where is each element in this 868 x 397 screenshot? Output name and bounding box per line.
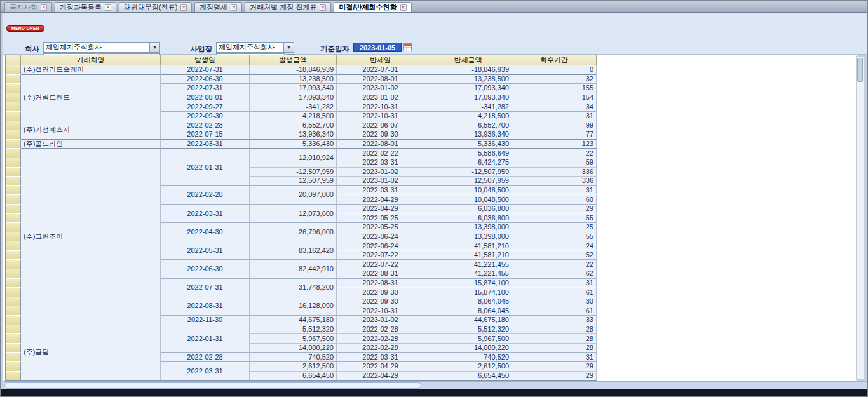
- occurrence-date-cell[interactable]: 2022-09-27: [161, 102, 250, 112]
- row-selector[interactable]: [6, 334, 21, 344]
- collection-days-cell[interactable]: 336: [512, 168, 597, 177]
- occurrence-date-cell[interactable]: 2022-06-30: [161, 75, 250, 84]
- row-selector[interactable]: [6, 260, 21, 269]
- settlement-amount-cell[interactable]: 41,221,455: [424, 260, 512, 269]
- settlement-amount-cell[interactable]: 17,093,340: [424, 84, 512, 93]
- tab-1[interactable]: 공지사항✕: [4, 2, 52, 12]
- occurrence-date-cell[interactable]: 2022-06-30: [161, 260, 250, 278]
- settlement-amount-cell[interactable]: 13,936,340: [424, 130, 512, 140]
- settlement-date-cell[interactable]: 2022-02-28: [337, 334, 424, 344]
- tab-close-icon[interactable]: ✕: [41, 4, 47, 11]
- row-selector[interactable]: [6, 251, 21, 260]
- row-selector[interactable]: [6, 325, 21, 335]
- settlement-date-cell[interactable]: 2022-09-30: [337, 297, 424, 307]
- occurrence-amount-cell[interactable]: 12,073,600: [250, 205, 337, 223]
- settlement-date-cell[interactable]: 2022-03-31: [337, 186, 424, 196]
- settlement-amount-cell[interactable]: -12,507,959: [424, 168, 512, 177]
- occurrence-amount-cell[interactable]: 4,218,500: [250, 112, 337, 121]
- row-selector[interactable]: [6, 232, 21, 242]
- settlement-date-cell[interactable]: 2023-01-02: [337, 316, 424, 325]
- occurrence-date-cell[interactable]: 2022-11-30: [161, 316, 250, 325]
- calendar-icon[interactable]: [403, 43, 412, 51]
- collection-days-cell[interactable]: 155: [512, 84, 597, 93]
- settlement-date-cell[interactable]: 2022-04-29: [337, 362, 424, 372]
- settlement-date-cell[interactable]: 2023-01-02: [337, 93, 424, 103]
- collection-days-cell[interactable]: 29: [512, 205, 597, 214]
- collection-days-cell[interactable]: 34: [512, 102, 597, 112]
- settlement-date-cell[interactable]: 2022-06-24: [337, 241, 424, 251]
- chevron-down-icon[interactable]: ▼: [149, 43, 159, 52]
- row-selector[interactable]: [6, 353, 21, 362]
- collection-days-cell[interactable]: 55: [512, 232, 597, 242]
- settlement-amount-cell[interactable]: 15,874,100: [424, 279, 512, 288]
- settlement-amount-cell[interactable]: 6,424,275: [424, 158, 512, 168]
- row-selector[interactable]: [6, 75, 21, 84]
- settlement-amount-cell[interactable]: 41,221,455: [424, 269, 512, 279]
- settlement-date-cell[interactable]: 2022-08-01: [337, 75, 424, 84]
- column-header-2[interactable]: 발생일: [161, 55, 250, 65]
- tab-2[interactable]: 계정과목등록✕: [55, 2, 116, 12]
- column-header-3[interactable]: 발생금액: [250, 55, 337, 65]
- occurrence-amount-cell[interactable]: 20,097,000: [250, 186, 337, 205]
- tab-3[interactable]: 채권채무장(전표)✕: [119, 2, 192, 12]
- occurrence-amount-cell[interactable]: 2,612,500: [250, 362, 337, 372]
- settlement-date-cell[interactable]: 2022-03-31: [337, 158, 424, 168]
- occurrence-amount-cell[interactable]: 13,238,500: [250, 75, 337, 84]
- settlement-amount-cell[interactable]: -17,093,340: [424, 93, 512, 103]
- tab-5[interactable]: 거래처별 계정 집계표✕: [245, 2, 331, 12]
- occurrence-amount-cell[interactable]: 83,162,420: [250, 241, 337, 260]
- occurrence-date-cell[interactable]: 2022-07-31: [161, 279, 250, 297]
- settlement-date-cell[interactable]: 2022-02-28: [337, 344, 424, 353]
- occurrence-amount-cell[interactable]: -12,507,959: [250, 168, 337, 177]
- settlement-amount-cell[interactable]: 6,036,800: [424, 214, 512, 224]
- row-selector[interactable]: [6, 306, 21, 316]
- column-header-4[interactable]: 반제일: [337, 55, 424, 65]
- customer-name-cell[interactable]: (주)갤러리드솔레이: [21, 65, 161, 75]
- customer-name-cell[interactable]: (주)거림트렌드: [21, 75, 161, 121]
- settlement-date-cell[interactable]: 2023-01-02: [337, 168, 424, 177]
- row-selector[interactable]: [6, 158, 21, 168]
- row-selector[interactable]: [6, 344, 21, 353]
- collection-days-cell[interactable]: 77: [512, 130, 597, 140]
- occurrence-date-cell[interactable]: 2022-09-30: [161, 112, 250, 121]
- chevron-down-icon[interactable]: ▼: [283, 43, 294, 52]
- occurrence-amount-cell[interactable]: 13,936,340: [250, 130, 337, 140]
- tab-close-icon[interactable]: ✕: [231, 4, 237, 11]
- settlement-amount-cell[interactable]: 44,675,180: [424, 316, 512, 325]
- collection-days-cell[interactable]: 30: [512, 297, 597, 307]
- row-selector[interactable]: [6, 214, 21, 224]
- occurrence-date-cell[interactable]: 2022-02-28: [161, 186, 250, 205]
- row-selector[interactable]: [6, 168, 21, 177]
- company-select[interactable]: 제일제지주식회사 ▼: [43, 42, 160, 53]
- row-selector[interactable]: [6, 84, 21, 93]
- occurrence-date-cell[interactable]: 2022-03-31: [161, 140, 250, 149]
- settlement-amount-cell[interactable]: 2,612,500: [424, 362, 512, 372]
- occurrence-amount-cell[interactable]: 740,520: [250, 353, 337, 362]
- collection-days-cell[interactable]: 31: [512, 353, 597, 362]
- settlement-date-cell[interactable]: 2022-09-30: [337, 130, 424, 140]
- row-selector[interactable]: [6, 177, 21, 186]
- occurrence-date-cell[interactable]: 2022-03-31: [161, 205, 250, 223]
- settlement-amount-cell[interactable]: 13,238,500: [424, 75, 512, 84]
- row-selector[interactable]: [6, 65, 21, 75]
- tab-close-icon[interactable]: ✕: [105, 4, 111, 11]
- row-selector[interactable]: [6, 112, 21, 121]
- customer-name-cell[interactable]: (주)골드라인: [21, 140, 161, 149]
- collection-days-cell[interactable]: 31: [512, 112, 597, 121]
- collection-days-cell[interactable]: 24: [512, 241, 597, 251]
- row-selector[interactable]: [6, 288, 21, 297]
- horizontal-scrollbar-thumb[interactable]: [4, 382, 421, 389]
- settlement-date-cell[interactable]: 2022-07-22: [337, 251, 424, 260]
- settlement-date-cell[interactable]: 2022-05-25: [337, 214, 424, 224]
- collection-days-cell[interactable]: 62: [512, 269, 597, 279]
- settlement-amount-cell[interactable]: 740,520: [424, 353, 512, 362]
- tab-4[interactable]: 계정명세✕: [194, 2, 242, 12]
- collection-days-cell[interactable]: 154: [512, 93, 597, 103]
- occurrence-amount-cell[interactable]: 12,010,924: [250, 149, 337, 167]
- occurrence-date-cell[interactable]: 2022-07-15: [161, 130, 250, 140]
- row-selector[interactable]: [6, 269, 21, 279]
- settlement-date-cell[interactable]: 2023-01-02: [337, 177, 424, 186]
- settlement-amount-cell[interactable]: 12,507,959: [424, 177, 512, 186]
- occurrence-amount-cell[interactable]: -18,846,939: [250, 65, 337, 75]
- collection-days-cell[interactable]: 336: [512, 177, 597, 186]
